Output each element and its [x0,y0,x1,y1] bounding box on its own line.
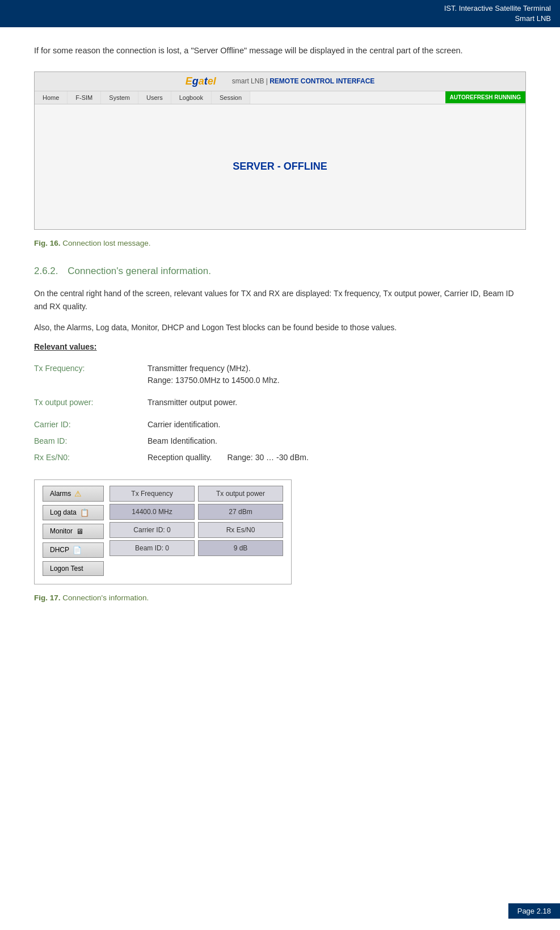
def-row-beam-id: Beam ID: Beam Identification. [34,433,526,449]
beam-id-label: Beam ID: 0 [110,540,195,556]
rx-esn0-header: Rx Es/N0 [198,522,283,538]
screenshot-title: smart LNB | REMOTE CONTROL INTERFACE [232,77,375,85]
server-offline-message: SERVER - OFFLINE [233,161,327,172]
panel-col2: Tx output power 27 dBm Rx Es/N0 9 dB [198,486,283,576]
fig16-text: Connection lost message. [62,239,150,247]
header-line2: Smart LNB [9,14,551,24]
section-heading: 2.6.2. Connection's general information. [34,266,526,277]
panel-col1: Tx Frequency 14400.0 MHz Carrier ID: 0 B… [110,486,195,576]
def-desc-rx-esn0: Reception quallity. Range: 30 … -30 dBm. [148,449,526,466]
logdata-icon: 📋 [80,508,89,517]
relevant-values-heading: Relevant values: [34,342,526,351]
screenshot-body: SERVER - OFFLINE [35,104,525,229]
spacer-row-2 [34,411,526,416]
nav-logbook[interactable]: Logbook [171,91,212,104]
fig17-label: Fig. 17. [34,594,61,602]
logon-test-button[interactable]: Logon Test [43,561,104,576]
monitor-icon: 🖥 [76,527,83,536]
tx-power-header: Tx output power [198,486,283,502]
screenshot-server-offline: Egatel smart LNB | REMOTE CONTROL INTERF… [34,71,526,230]
nav-users[interactable]: Users [138,91,171,104]
section-number: 2.6.2. [34,266,58,276]
info-panel: Alarms ⚠ Log data 📋 Monitor 🖥 DHCP 📄 [34,479,292,584]
nav-fsim[interactable]: F-SIM [68,91,101,104]
tx-freq-value: 14400.0 MHz [110,504,195,520]
section-title: Connection's general information. [68,266,211,276]
alarms-button[interactable]: Alarms ⚠ [43,486,104,502]
dhcp-label: DHCP [50,546,69,554]
alarms-icon: ⚠ [74,489,82,498]
header-line1: IST. Interactive Satellite Terminal [9,3,551,14]
monitor-label: Monitor [50,527,73,535]
main-content: If for some reason the connection is los… [0,27,560,654]
fig16-caption: Fig. 16. Connection lost message. [34,239,526,247]
autorefresh-badge: AUTOREFRESH RUNNING [445,91,525,103]
panel-sidebar: Alarms ⚠ Log data 📋 Monitor 🖥 DHCP 📄 [43,486,104,576]
def-row-tx-power: Tx output power: Transmitter output powe… [34,394,526,411]
rx-esn0-value: 9 dB [198,540,283,556]
def-row-tx-freq: Tx Frequency: Transmitter frequency (MHz… [34,360,526,389]
alarms-label: Alarms [50,490,71,498]
panel-data-area: Tx Frequency 14400.0 MHz Carrier ID: 0 B… [110,486,283,576]
screenshot-header-bar: Egatel smart LNB | REMOTE CONTROL INTERF… [35,72,525,91]
tx-power-value: 27 dBm [198,504,283,520]
dhcp-button[interactable]: DHCP 📄 [43,542,104,558]
body-para1: On the central right hand of the screen,… [34,287,526,313]
page-number: Page 2.18 [508,903,560,919]
fig17-text: Connection's information. [62,594,149,602]
fig16-label: Fig. 16. [34,239,61,247]
intro-paragraph: If for some reason the connection is los… [34,44,526,57]
def-term-tx-power: Tx output power: [34,394,148,411]
def-desc-tx-freq: Transmitter frequency (MHz). Range: 1375… [148,360,526,389]
logdata-button[interactable]: Log data 📋 [43,505,104,520]
egatel-logo: Egatel [186,75,216,87]
screenshot-nav-bar: Home F-SIM System Users Logbook Session … [35,91,525,104]
logon-test-label: Logon Test [50,565,83,573]
def-desc-tx-power: Transmitter output power. [148,394,526,411]
dhcp-icon: 📄 [73,546,82,554]
monitor-button[interactable]: Monitor 🖥 [43,524,104,539]
body-para2: Also, the Alarms, Log data, Monitor, DHC… [34,321,526,334]
nav-home[interactable]: Home [35,91,68,104]
def-row-carrier-id: Carrier ID: Carrier identification. [34,416,526,433]
def-term-carrier-id: Carrier ID: [34,416,148,433]
def-row-rx-esn0: Rx Es/N0: Reception quallity. Range: 30 … [34,449,526,466]
tx-freq-header: Tx Frequency [110,486,195,502]
def-term-tx-freq: Tx Frequency: [34,360,148,389]
panel-inner: Alarms ⚠ Log data 📋 Monitor 🖥 DHCP 📄 [43,486,283,576]
page-header: IST. Interactive Satellite Terminal Smar… [0,0,560,27]
def-desc-carrier-id: Carrier identification. [148,416,526,433]
definitions-table: Tx Frequency: Transmitter frequency (MHz… [34,360,526,466]
fig17-caption: Fig. 17. Connection's information. [34,594,526,602]
remote-control-label: REMOTE CONTROL INTERFACE [270,77,374,85]
nav-session[interactable]: Session [212,91,250,104]
spacer-row-1 [34,389,526,394]
logdata-label: Log data [50,508,77,516]
def-desc-beam-id: Beam Identification. [148,433,526,449]
info-panel-container: Alarms ⚠ Log data 📋 Monitor 🖥 DHCP 📄 [34,479,526,584]
nav-system[interactable]: System [101,91,138,104]
carrier-id-label: Carrier ID: 0 [110,522,195,538]
def-term-beam-id: Beam ID: [34,433,148,449]
def-term-rx-esn0: Rx Es/N0: [34,449,148,466]
